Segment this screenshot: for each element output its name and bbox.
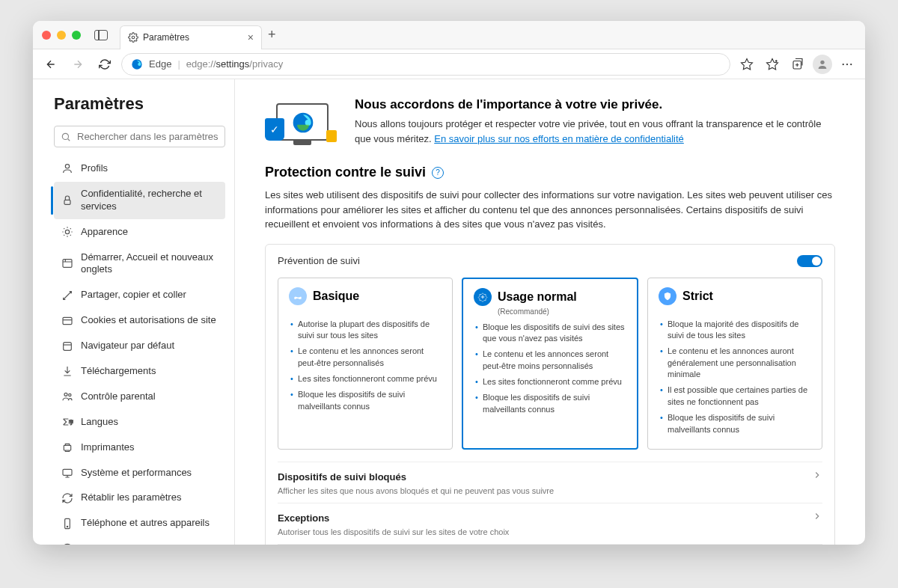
svg-point-7 [62, 133, 68, 139]
product-label: Edge [149, 58, 171, 70]
sidebar-item-11[interactable]: Système et performances [54, 461, 225, 486]
browser-window: Paramètres × + Edge | edge://settings/pr… [33, 21, 865, 545]
search-icon [61, 132, 71, 142]
svg-point-3 [820, 60, 824, 64]
svg-point-0 [132, 36, 135, 39]
strict-inprivate-row: Toujours utiliser la prévention de suivi… [278, 544, 822, 545]
sidebar-item-14[interactable]: Accessibilité [54, 536, 225, 545]
sidebar-item-2[interactable]: Apparence [54, 220, 225, 245]
close-window-button[interactable] [42, 31, 51, 40]
svg-point-22 [62, 544, 72, 545]
edge-icon [131, 58, 143, 70]
tracking-section-title: Protection contre le suivi [265, 165, 426, 180]
svg-rect-11 [63, 260, 72, 268]
sidebar-item-0[interactable]: Profils [54, 156, 225, 181]
maximize-window-button[interactable] [72, 31, 81, 40]
sidebar-item-6[interactable]: Navigateur par défaut [54, 334, 225, 358]
more-menu-button[interactable] [837, 54, 858, 75]
settings-sidebar: Paramètres ProfilsConfidentialité, reche… [33, 79, 235, 545]
blocked-trackers-row[interactable]: Dispositifs de suivi bloqués Afficher le… [278, 462, 822, 503]
svg-point-8 [65, 165, 69, 168]
hero-body: Nous allons toujours protéger et respect… [355, 117, 835, 146]
profile-avatar[interactable] [813, 55, 832, 74]
sidebar-item-5[interactable]: Cookies et autorisations de site [54, 308, 225, 333]
favorites-icon[interactable] [762, 54, 783, 75]
url: edge://settings/privacy [186, 58, 283, 70]
new-tab-button[interactable]: + [268, 27, 276, 43]
back-button[interactable] [40, 54, 61, 75]
lock-icon [326, 130, 337, 142]
sidebar-item-10[interactable]: Imprimantes [54, 435, 225, 460]
tracking-prevention-panel: Prévention de suivi BasiqueAutorise la p… [265, 244, 835, 545]
svg-point-10 [65, 230, 69, 233]
gear-icon [128, 32, 138, 43]
sidebar-item-13[interactable]: Téléphone et autres appareils [54, 511, 225, 536]
svg-text:字: 字 [69, 420, 73, 425]
settings-main: ✓ Nous accordons de l'importance à votre… [235, 79, 865, 545]
tracking-prevention-toggle[interactable] [797, 255, 822, 267]
prevention-label: Prévention de suivi [278, 255, 360, 266]
titlebar: Paramètres × + [33, 21, 865, 49]
svg-rect-18 [63, 469, 72, 475]
svg-rect-9 [64, 200, 70, 204]
svg-rect-13 [64, 342, 72, 350]
tab-settings[interactable]: Paramètres × [120, 25, 262, 49]
svg-point-5 [846, 63, 848, 64]
tracking-level-card-basique[interactable]: BasiqueAutorise la plupart des dispositi… [278, 278, 453, 450]
svg-rect-12 [63, 317, 72, 324]
sidebar-item-9[interactable]: 字Langues [54, 410, 225, 435]
tab-title: Paramètres [143, 32, 189, 43]
chevron-right-icon [812, 470, 822, 483]
close-tab-button[interactable]: × [248, 31, 254, 43]
minimize-window-button[interactable] [57, 31, 66, 40]
info-icon[interactable]: ? [432, 167, 444, 179]
svg-point-20 [67, 526, 67, 527]
tab-overview-icon[interactable] [94, 30, 108, 40]
window-controls [42, 31, 81, 40]
sidebar-item-8[interactable]: Contrôle parental [54, 385, 225, 409]
tracking-level-card-usage-normal[interactable]: Usage normal(Recommandé)Bloque les dispo… [462, 278, 638, 450]
svg-point-4 [843, 63, 844, 64]
collections-icon[interactable] [787, 54, 808, 75]
settings-search[interactable] [54, 126, 225, 147]
toolbar: Edge | edge://settings/privacy [33, 49, 865, 79]
sidebar-item-3[interactable]: Démarrer, Accueil et nouveaux onglets [54, 245, 225, 283]
sidebar-item-1[interactable]: Confidentialité, recherche et services [54, 182, 225, 219]
svg-point-15 [69, 394, 71, 396]
favorite-star-icon[interactable] [736, 54, 757, 75]
sidebar-item-12[interactable]: Rétablir les paramètres [54, 486, 225, 510]
hero-title: Nous accordons de l'importance à votre v… [355, 97, 835, 112]
chevron-right-icon [812, 511, 822, 524]
sidebar-item-4[interactable]: Partager, copier et coller [54, 283, 225, 307]
reload-button[interactable] [94, 54, 115, 75]
forward-button[interactable] [67, 54, 88, 75]
page-title: Paramètres [54, 94, 225, 114]
exceptions-row[interactable]: Exceptions Autoriser tous les dispositif… [278, 503, 822, 544]
svg-rect-17 [64, 445, 70, 450]
tracking-level-card-strict[interactable]: StrictBloque la majorité des dispositifs… [647, 278, 822, 450]
svg-point-6 [850, 63, 852, 64]
privacy-hero-image: ✓ [265, 97, 340, 147]
tracking-section-desc: Les sites web utilisent des dispositifs … [265, 188, 835, 232]
sidebar-item-7[interactable]: Téléchargements [54, 359, 225, 384]
svg-point-14 [64, 393, 67, 396]
privacy-learn-more-link[interactable]: En savoir plus sur nos efforts en matièr… [434, 133, 684, 144]
search-input[interactable] [77, 131, 219, 142]
shield-icon: ✓ [265, 118, 284, 141]
address-bar[interactable]: Edge | edge://settings/privacy [121, 53, 730, 76]
